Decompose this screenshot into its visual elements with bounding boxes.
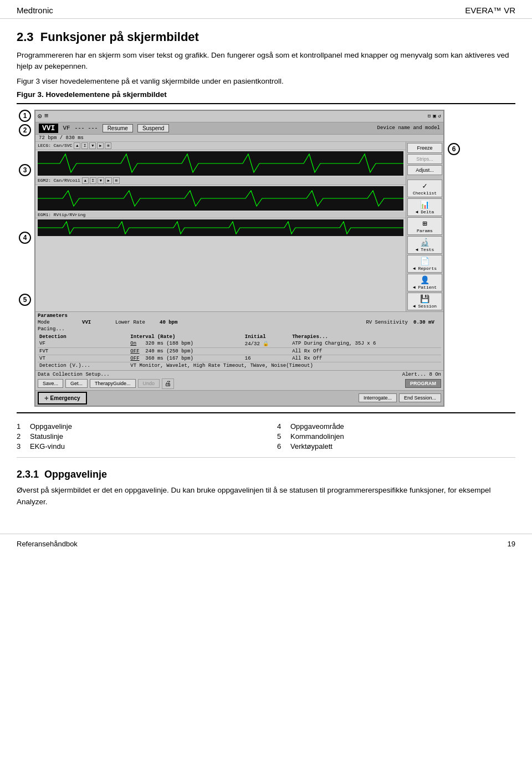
legend-text-4: Oppgaveområde — [290, 422, 344, 431]
brand-name: Medtronic — [17, 6, 53, 15]
data-collection-label: Data Collection Setup... — [38, 372, 110, 377]
col-interval: Interval (Rate) — [129, 334, 243, 340]
table-row: VT OFF 360 ms (167 bpm) 16 All Rx Off — [38, 355, 441, 362]
tests-button[interactable]: 🔬 ◄ Tests — [407, 236, 442, 254]
checklist-button[interactable]: ✓ Checklist — [407, 180, 442, 197]
reports-button[interactable]: 📄 ◄ Reports — [407, 255, 442, 273]
footer-left: Referansehåndbok — [17, 540, 78, 548]
signal-icon: ▣ — [433, 113, 436, 119]
callout-6: 6 — [448, 143, 460, 155]
col-initial: Initial — [243, 334, 290, 340]
emergency-button[interactable]: + Emergency — [38, 392, 87, 405]
intro-paragraph-2: Figur 3 viser hovedelementene på et vanl… — [17, 76, 515, 87]
divider — [17, 457, 515, 458]
lecg-label: LECG: Can/SVC ▲ Σ ▼ ▶ ⊞ — [35, 142, 406, 150]
printer-icon[interactable]: 🖨 — [162, 378, 174, 389]
figure-legend: 1 Oppgavelinje 4 Oppgaveområde 2 Statusl… — [17, 422, 515, 450]
ekg-area-wrapper: LECG: Can/SVC ▲ Σ ▼ ▶ ⊞ — [35, 142, 443, 311]
program-button[interactable]: PROGRAM — [405, 379, 441, 388]
lecg-down-btn[interactable]: ▼ — [89, 142, 96, 149]
footer-right: 19 — [508, 540, 515, 548]
ekg-main: LECG: Can/SVC ▲ Σ ▼ ▶ ⊞ — [35, 142, 406, 311]
lecg-expand-btn[interactable]: ▲ — [74, 142, 80, 149]
lecg-grid-btn[interactable]: ⊞ — [105, 142, 111, 149]
detection-table: Detection Interval (Rate) Initial Therap… — [38, 334, 441, 369]
params-icon: ⊞ — [422, 219, 427, 228]
egm2-channel-wrapper: EGM2: Can/RVcoil ▲ Σ ▼ ▶ ⊞ — [35, 177, 406, 212]
egm2-grid-btn[interactable]: ⊞ — [113, 177, 120, 184]
device-screen: ⊙ ≡ ⊡ ▣ ↺ VVI VF --- --- Resume — [34, 110, 444, 407]
suspend-button[interactable]: Suspend — [137, 124, 169, 132]
egm2-waveform — [38, 186, 403, 211]
device-top-bar: ⊙ ≡ ⊡ ▣ ↺ — [35, 111, 443, 122]
fvt-initial — [243, 347, 290, 355]
product-name: EVERA™ VR — [465, 6, 515, 15]
egm2-controls[interactable]: ▲ Σ ▼ ▶ ⊞ — [82, 177, 120, 184]
pacing-row: Pacing... — [38, 326, 441, 332]
legend-text-5: Kommandolinjen — [290, 432, 344, 441]
interrogate-button[interactable]: Interrogate... — [359, 393, 397, 402]
lecg-controls[interactable]: ▲ Σ ▼ ▶ ⊞ — [74, 142, 111, 149]
egm2-settings-btn[interactable]: Σ — [90, 177, 96, 184]
device-action-bar: Data Collection Setup... Alert... 8 On — [35, 370, 443, 378]
legend-item-1: 1 Oppgavelinje — [17, 422, 255, 431]
therapyguide-button[interactable]: TherapyGuide... — [90, 379, 136, 388]
save-button[interactable]: Save... — [38, 379, 63, 388]
page-footer: Referansehåndbok 19 — [0, 534, 532, 554]
detectionv-detail: VT Monitor, Wavelet, High Rate Timeout, … — [129, 362, 441, 369]
vf-initial: 24/32 🔒 — [243, 340, 290, 348]
lecg-channel-wrapper: LECG: Can/SVC ▲ Σ ▼ ▶ ⊞ — [35, 142, 406, 177]
undo-button: Undo — [138, 379, 160, 388]
params-row-mode: Mode VVI Lower Rate 40 bpm RV Sensitivit… — [38, 320, 441, 325]
callout-1: 1 — [19, 110, 31, 122]
device-params: Parameters Mode VVI Lower Rate 40 bpm RV… — [35, 311, 443, 370]
adjust-button[interactable]: Adjust... — [407, 165, 442, 175]
tests-icon: 🔬 — [420, 238, 429, 247]
egm2-expand-btn[interactable]: ▲ — [82, 177, 89, 184]
freeze-button[interactable]: Freeze — [407, 143, 442, 153]
params-button[interactable]: ⊞ Params — [407, 217, 442, 235]
table-row: VF On 320 ms (188 bpm) 24/32 🔒 ATP Durin… — [38, 340, 441, 348]
vf-type: VF — [38, 340, 129, 348]
dashes-indicator: --- --- — [75, 125, 98, 131]
session-button[interactable]: 💾 ◄ Session — [407, 293, 442, 310]
legend-text-6: Verktøypalett — [290, 442, 332, 450]
device-cmd-line: + Emergency Interrogate... End Session..… — [35, 390, 443, 406]
delta-button[interactable]: 📊 ◄ Delta — [407, 198, 442, 216]
egm2-down-btn[interactable]: ▼ — [98, 177, 104, 184]
checklist-icon: ✓ — [422, 181, 427, 191]
reports-icon: 📄 — [420, 257, 429, 266]
callout-column-left: 1 2 3 4 5 — [19, 110, 31, 306]
emergency-label: Emergency — [50, 395, 80, 401]
end-session-button[interactable]: End Session... — [399, 393, 441, 402]
lower-rate-label: Lower Rate — [115, 320, 154, 325]
resume-button[interactable]: Resume — [103, 124, 133, 132]
lecg-forward-btn[interactable]: ▶ — [97, 142, 104, 149]
device-status-line: VVI VF --- --- Resume Suspend Device nam… — [35, 122, 443, 135]
get-button[interactable]: Get... — [65, 379, 88, 388]
legend-item-3: 3 EKG-vindu — [17, 442, 255, 450]
alert-label: Alert... 8 On — [402, 372, 441, 377]
lower-rate-value: 40 bpm — [160, 320, 187, 325]
legend-item-2: 2 Statuslinje — [17, 432, 255, 441]
egm1-waveform — [38, 219, 403, 236]
vt-therapy: All Rx Off — [290, 355, 441, 362]
callout-4: 4 — [19, 232, 31, 244]
strips-button[interactable]: Strips... — [407, 154, 442, 164]
section-title: 2.3 Funksjoner på skjermbildet — [17, 30, 515, 44]
fvt-therapy: All Rx Off — [290, 347, 441, 355]
patient-icon: 👤 — [420, 275, 429, 285]
vt-initial: 16 — [243, 355, 290, 362]
legend-item-5: 5 Kommandolinjen — [277, 432, 515, 441]
rv-sensitivity-label: RV Sensitivity — [366, 320, 408, 325]
patient-button[interactable]: 👤 ◄ Patient — [407, 274, 442, 291]
device-right-panel: Freeze Strips... Adjust... ✓ Checklist 📊… — [406, 142, 443, 311]
lecg-settings-btn[interactable]: Σ — [81, 142, 88, 149]
delta-icon: 📊 — [420, 200, 429, 209]
intro-paragraph-1: Programmereren har en skjerm som viser t… — [17, 50, 515, 73]
battery-icon: ⊡ — [428, 113, 431, 119]
session-icon: 💾 — [420, 294, 429, 304]
callout-3: 3 — [19, 164, 31, 176]
vt-status: OFF 360 ms (167 bpm) — [129, 355, 243, 362]
egm2-forward-btn[interactable]: ▶ — [105, 177, 112, 184]
